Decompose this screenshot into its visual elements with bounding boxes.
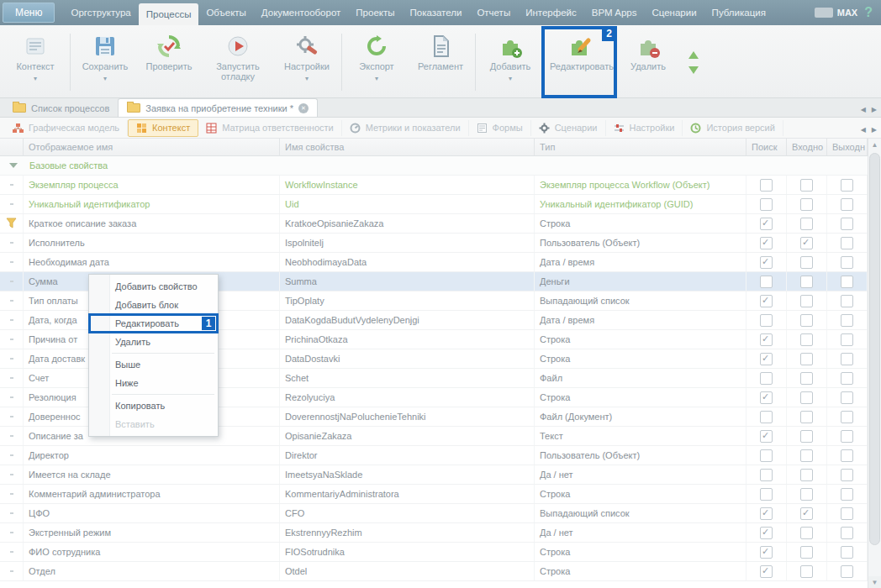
search-checkbox[interactable]	[760, 391, 773, 404]
scroll-views-right-icon[interactable]	[872, 120, 877, 135]
move-down-button[interactable]	[688, 66, 699, 74]
move-up-button[interactable]	[688, 51, 699, 59]
context-menu-item-move-up[interactable]: Выше	[89, 355, 218, 374]
input-checkbox[interactable]	[800, 198, 813, 211]
search-checkbox[interactable]	[760, 546, 773, 559]
input-checkbox[interactable]	[800, 430, 813, 443]
table-row[interactable]: ЦФОCFOВыпадающий список	[0, 504, 868, 523]
table-row[interactable]: ФИО сотрудникаFIOSotrudnikaСтрока	[0, 543, 868, 562]
context-menu-item-edit[interactable]: Редактировать1	[89, 314, 218, 333]
scroll-down-button[interactable]	[868, 576, 881, 588]
search-checkbox[interactable]	[760, 218, 773, 230]
run-debug-button[interactable]: Запустить отладку	[201, 27, 275, 97]
output-checkbox[interactable]	[841, 314, 853, 327]
search-checkbox[interactable]	[760, 469, 773, 481]
top-tab[interactable]: BPM Apps	[584, 0, 645, 25]
output-checkbox[interactable]	[841, 565, 853, 578]
input-checkbox[interactable]	[800, 372, 813, 385]
doc-tab[interactable]: Заявка на приобретение техники *	[118, 98, 318, 117]
input-checkbox[interactable]	[800, 237, 813, 249]
input-checkbox[interactable]	[800, 488, 813, 501]
edit-button[interactable]: Редактировать2	[542, 27, 616, 97]
scroll-tabs-left-icon[interactable]	[861, 100, 866, 115]
context-menu-item-add-property[interactable]: Добавить свойство	[89, 277, 218, 296]
search-checkbox[interactable]	[760, 565, 773, 578]
top-tab[interactable]: Проекты	[348, 0, 402, 25]
search-checkbox[interactable]	[760, 411, 773, 423]
search-checkbox[interactable]	[760, 333, 773, 346]
output-checkbox[interactable]	[841, 391, 853, 404]
help-button[interactable]: ?	[864, 6, 873, 19]
search-checkbox[interactable]	[760, 276, 773, 288]
table-row[interactable]: Уникальный идентификаторUidУникальный ид…	[0, 195, 868, 214]
view-tab-scripts[interactable]: Сценарии	[531, 120, 606, 136]
header-input[interactable]: Входно	[787, 139, 827, 155]
scroll-up-button[interactable]	[868, 139, 881, 152]
input-checkbox[interactable]	[800, 411, 813, 423]
search-checkbox[interactable]	[760, 430, 773, 443]
input-checkbox[interactable]	[800, 353, 813, 365]
input-checkbox[interactable]	[800, 546, 813, 559]
top-tab[interactable]: Оргструктура	[63, 0, 138, 25]
search-checkbox[interactable]	[760, 295, 773, 307]
header-property-name[interactable]: Имя свойства	[280, 139, 535, 155]
table-row[interactable]: Имеется на складеImeetsyaNaSkladeДа / не…	[0, 465, 868, 485]
scroll-tabs-right-icon[interactable]	[872, 100, 877, 115]
input-checkbox[interactable]	[800, 391, 813, 404]
top-tab[interactable]: Интерфейс	[518, 0, 584, 25]
table-row[interactable]: ИсполнительIspolniteljПользователь (Объе…	[0, 234, 868, 253]
header-display-name[interactable]: Отображаемое имя	[24, 139, 280, 155]
input-checkbox[interactable]	[800, 527, 813, 539]
collapse-triangle-icon[interactable]	[9, 163, 18, 168]
search-checkbox[interactable]	[760, 179, 773, 192]
search-checkbox[interactable]	[760, 449, 773, 462]
search-checkbox[interactable]	[760, 198, 773, 211]
output-checkbox[interactable]	[841, 353, 853, 365]
max-indicator[interactable]: MAX	[815, 8, 857, 18]
view-tab-forms[interactable]: Формы	[469, 120, 531, 136]
top-tab[interactable]: Отчеты	[469, 0, 518, 25]
add-button[interactable]: Добавить	[478, 27, 542, 97]
output-checkbox[interactable]	[841, 237, 853, 249]
top-tab[interactable]: Документооборот	[254, 0, 348, 25]
output-checkbox[interactable]	[841, 488, 853, 501]
context-menu-item-move-down[interactable]: Ниже	[89, 374, 218, 392]
top-tab[interactable]: Процессы	[139, 3, 199, 25]
table-row[interactable]: Краткое описание заказаKratkoeOpisanieZa…	[0, 214, 868, 234]
context-button[interactable]: Контекст	[3, 27, 67, 97]
output-checkbox[interactable]	[841, 276, 853, 288]
group-row-base-properties[interactable]: Базовые свойства	[0, 156, 868, 176]
table-row[interactable]: ОтделOtdelСтрока	[0, 562, 868, 581]
output-checkbox[interactable]	[841, 411, 853, 423]
input-checkbox[interactable]	[800, 507, 813, 520]
delete-button[interactable]: Удалить	[616, 27, 680, 97]
input-checkbox[interactable]	[800, 449, 813, 462]
input-checkbox[interactable]	[800, 314, 813, 327]
output-checkbox[interactable]	[841, 295, 853, 307]
table-row[interactable]: ДиректорDirektorПользователь (Объект)	[0, 446, 868, 465]
context-menu-item-delete[interactable]: Удалить	[89, 333, 218, 351]
input-checkbox[interactable]	[800, 469, 813, 481]
output-checkbox[interactable]	[841, 256, 853, 269]
search-checkbox[interactable]	[760, 527, 773, 539]
output-checkbox[interactable]	[841, 333, 853, 346]
output-checkbox[interactable]	[841, 198, 853, 211]
output-checkbox[interactable]	[841, 449, 853, 462]
top-tab[interactable]: Объекты	[198, 0, 253, 25]
top-tab[interactable]: Публикация	[704, 0, 773, 25]
view-tab-settings[interactable]: Настройки	[606, 120, 683, 136]
input-checkbox[interactable]	[800, 295, 813, 307]
scroll-views-left-icon[interactable]	[861, 120, 866, 135]
input-checkbox[interactable]	[800, 218, 813, 230]
top-tab[interactable]: Показатели	[402, 0, 469, 25]
header-output[interactable]: Выходн	[827, 139, 868, 155]
output-checkbox[interactable]	[841, 527, 853, 539]
search-checkbox[interactable]	[760, 237, 773, 249]
verify-button[interactable]: Проверить	[137, 27, 201, 97]
top-tab[interactable]: Сценарии	[644, 0, 704, 25]
close-tab-icon[interactable]	[298, 103, 309, 113]
save-button[interactable]: Сохранить	[73, 27, 137, 97]
settings-button[interactable]: Настройки	[275, 27, 339, 97]
input-checkbox[interactable]	[800, 565, 813, 578]
view-tab-context[interactable]: Контекст	[128, 119, 198, 137]
